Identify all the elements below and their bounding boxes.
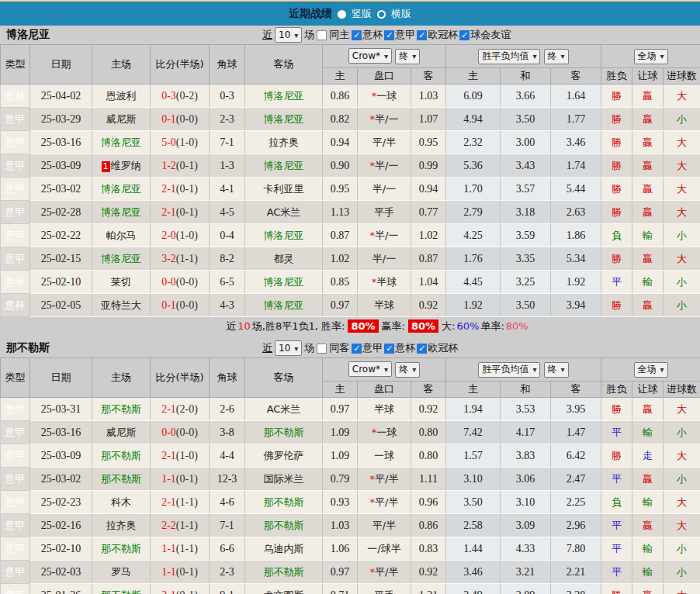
match-date: 25-02-16 [30, 514, 92, 537]
league-checkbox[interactable]: ✓ [417, 30, 427, 40]
result-cell: 勝 [601, 584, 632, 594]
away-team: 都灵 [245, 247, 323, 271]
corner-score: 12-3 [210, 468, 245, 491]
near-games-link[interactable]: 近 [262, 341, 272, 355]
handicap-result-cell: 贏 [632, 131, 664, 154]
league-filter-label: 意甲 [395, 28, 415, 42]
handicap-result-cell: 輸 [632, 537, 664, 561]
avg-odds-win: 3.50 [446, 491, 501, 514]
match-date: 25-02-23 [30, 491, 92, 514]
subheader-odds-home: 主 [323, 68, 358, 85]
handicap-odds-home: 0.90 [323, 154, 358, 178]
match-row: 意甲25-02-23科木2-1(1-1)4-6那不勒斯0.93*平/半0.963… [1, 491, 700, 514]
vertical-layout-radio[interactable] [338, 10, 346, 19]
odds-company-select[interactable]: Crow*▾ [348, 361, 392, 377]
near-games-link[interactable]: 近 [262, 28, 272, 42]
match-date: 25-02-28 [30, 201, 92, 224]
result-cell: 勝 [601, 294, 632, 317]
league-checkbox[interactable]: ✓ [352, 30, 362, 40]
handicap-odds-away: 1.07 [411, 108, 446, 131]
match-date: 25-02-10 [30, 271, 92, 294]
subheader-odds-away: 客 [411, 382, 446, 398]
corner-score: 0-4 [210, 224, 245, 247]
odds-state-select[interactable]: 终▾ [395, 362, 420, 378]
handicap-result-cell: 走 [632, 444, 664, 468]
goals-cell: 小 [664, 224, 700, 247]
corner-score: 3-8 [210, 421, 245, 444]
odds-state-select[interactable]: 终▾ [395, 49, 420, 64]
summary-part: 单率: [480, 319, 504, 333]
match-row: 意甲25-03-16威尼斯0-0(0-0)3-8那不勒斯1.09*一球0.807… [1, 421, 700, 444]
handicap-odds-home: 0.93 [323, 491, 358, 514]
avg-state-select[interactable]: 终▾ [544, 49, 569, 64]
same-venue-checkbox[interactable] [317, 344, 327, 354]
corner-score: 4-4 [210, 444, 245, 468]
handicap-odds-away: 0.77 [411, 201, 446, 224]
subheader-odds-away: 客 [411, 68, 446, 85]
home-team: 威尼斯 [92, 108, 151, 131]
team-name: 那不勒斯 [6, 341, 50, 355]
header-date: 日期 [30, 45, 92, 85]
league-checkbox[interactable]: ✓ [459, 30, 470, 40]
avg-state-select[interactable]: 终▾ [544, 362, 569, 378]
games-count-select[interactable]: 10▾ [275, 340, 302, 356]
match-date: 25-03-16 [30, 421, 92, 444]
match-date: 25-02-05 [30, 294, 92, 317]
subheader-let: 让球 [632, 68, 664, 85]
avg-odds-select[interactable]: 胜平负均值▾ [478, 49, 540, 64]
league-badge: 意杯 [1, 294, 30, 317]
league-checkbox[interactable]: ✓ [384, 30, 394, 40]
fulltime-scope-select[interactable]: 全场▾ [634, 362, 668, 378]
league-checkbox[interactable]: ✓ [417, 344, 427, 354]
league-badge: 意甲 [1, 584, 30, 594]
odds-company-select[interactable]: Crow*▾ [348, 48, 392, 64]
league-badge: 意甲 [1, 247, 30, 271]
handicap-result-cell: 贏 [632, 247, 664, 271]
horizontal-layout-radio[interactable] [377, 10, 386, 19]
match-row: 意甲25-02-28博洛尼亚2-1(0-1)4-5AC米兰1.13平手0.772… [1, 201, 700, 224]
handicap-odds-away: 0.80 [411, 444, 446, 468]
handicap-result-cell: 贏 [632, 584, 664, 594]
score: 5-0(1-0) [151, 131, 210, 154]
home-team: 威尼斯 [92, 421, 151, 444]
match-date: 25-01-26 [30, 584, 92, 594]
league-filter-label: 欧冠杯 [428, 341, 458, 355]
handicap-odds-home: 0.71 [323, 584, 358, 594]
corner-score: 4-5 [210, 201, 245, 224]
goals-cell: 小 [664, 468, 700, 491]
matches-table: 类型 日期 主场 比分(半场) 角球 客场 Crow*▾ 终▾ 胜平负均值▾ 终… [0, 44, 700, 317]
handicap-line: *半/一 [358, 224, 411, 247]
fulltime-scope-select[interactable]: 全场▾ [634, 49, 668, 64]
scope-select-group: 全场▾ [601, 358, 700, 382]
handicap-odds-away: 0.87 [411, 247, 446, 271]
league-checkbox[interactable]: ✓ [384, 344, 394, 354]
avg-odds-lose: 1.64 [551, 85, 601, 108]
score: 2-2(1-1) [151, 514, 210, 537]
handicap-odds-away: 1.04 [411, 271, 446, 294]
avg-odds-lose: 1.77 [551, 108, 601, 131]
match-row: 意甲25-01-26那不勒斯2-1(0-1)9-1尤文图斯0.71平手1.212… [1, 584, 700, 594]
match-row: 意甲25-03-31那不勒斯2-1(2-0)2-6AC米兰0.97半球0.921… [1, 398, 700, 421]
handicap-odds-away: 1.03 [411, 85, 446, 108]
league-filter-item: ✓欧冠杯 [417, 28, 458, 42]
league-filter-label: 意甲 [362, 341, 383, 355]
away-team: 博洛尼亚 [245, 294, 323, 317]
vertical-layout-label: 竖版 [352, 7, 372, 21]
goals-cell: 大 [664, 201, 700, 224]
league-checkbox[interactable]: ✓ [352, 344, 362, 354]
same-venue-checkbox[interactable] [317, 30, 327, 40]
team-filterbar: 那不勒斯 近 10▾ 场 同客 ✓意甲✓意杯✓欧冠杯 [0, 339, 700, 357]
league-badge: 意甲 [1, 537, 30, 561]
avg-odds-draw: 3.10 [501, 491, 551, 514]
score: 0-3(0-2) [151, 85, 210, 108]
home-team: 那不勒斯 [92, 468, 151, 491]
header-away: 客场 [245, 358, 323, 398]
games-label: 场 [304, 341, 314, 355]
league-badge: 意甲 [1, 154, 30, 178]
games-label: 场 [304, 28, 314, 42]
summary-part: 80% [506, 320, 528, 332]
avg-odds-select[interactable]: 胜平负均值▾ [478, 362, 540, 378]
games-count-select[interactable]: 10▾ [275, 27, 302, 43]
corner-score: 4-6 [210, 491, 245, 514]
subheader-avg-win: 主 [446, 68, 501, 85]
